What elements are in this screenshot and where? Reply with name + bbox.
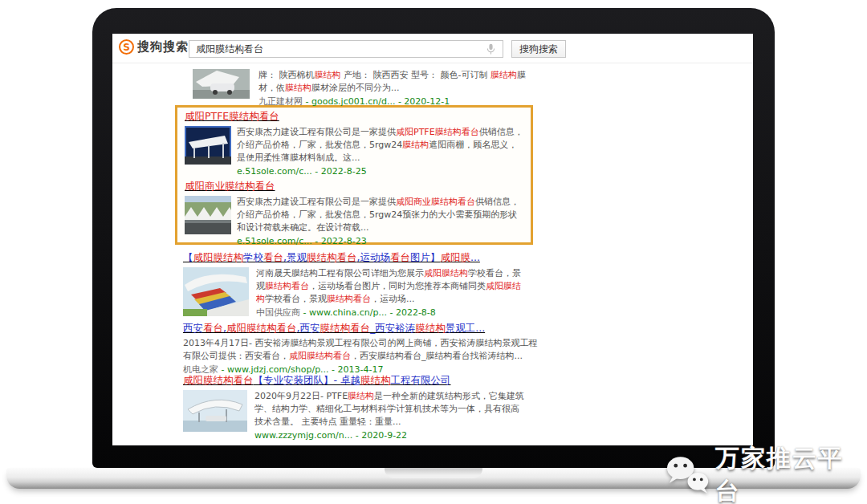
result-title-link[interactable]: 【咸阳膜结构学校看台,景观膜结构看台,运动场看台图片】咸阳膜... — [183, 251, 528, 263]
result-source: e.51sole.com/c... - 2022-8-25 — [237, 165, 523, 177]
result-source: 九正建材网 - goods.jc001.cn/d... - 2020-12-1 — [258, 96, 527, 108]
result-snippet: 西安康杰力建设工程有限公司是一家提供咸阳PTFE膜结构看台供销信息，介绍产品价格… — [237, 126, 523, 165]
search-result: 【咸阳膜结构学校看台,景观膜结构看台,运动场看台图片】咸阳膜... 河南晟天膜结… — [183, 251, 528, 319]
screenshot-stage: S 搜狗搜索 搜狗搜索 — [0, 0, 867, 504]
search-result: 咸阳商业膜结构看台 西安康杰力建设工程有限公司是一家提供咸阳商业膜结构看台供销信… — [185, 180, 525, 247]
laptop-base-notch — [385, 468, 482, 478]
result-snippet: 西安康杰力建设工程有限公司是一家提供咸阳商业膜结构看台供销信息，介绍产品价格，厂… — [237, 196, 523, 234]
result-title-link[interactable]: 咸阳膜结构看台【专业安装团队】- 卓越膜结构工程有限公司 — [183, 374, 528, 386]
result-thumbnail-commercial-canopy[interactable] — [185, 196, 231, 234]
result-title-link[interactable]: 咸阳PTFE膜结构看台 — [185, 110, 525, 122]
sogou-logo-icon: S — [119, 39, 134, 55]
search-result: 牌： 陕西棉机膜结构 产地： 陕西西安 型号： 颜色-可订制 膜结构膜材，依膜结… — [193, 69, 530, 108]
result-thumbnail-waterside-canopy[interactable] — [183, 390, 247, 432]
result-source: 中国供应商 - www.china.cn/p... - 2022-8-8 — [256, 307, 527, 319]
sogou-logo-text: 搜狗搜索 — [137, 39, 189, 55]
search-input[interactable] — [189, 40, 503, 58]
sogou-logo[interactable]: S 搜狗搜索 — [119, 39, 189, 55]
result-title-link[interactable]: 咸阳商业膜结构看台 — [185, 180, 525, 192]
result-snippet: 河南晟天膜结构工程有限公司详细为您展示咸阳膜结构学校看台，景观膜结构看台，运动场… — [256, 267, 527, 306]
result-snippet: 2020年9月22日- PTFE膜结构是一种全新的建筑结构形式，它集建筑学、结构… — [254, 390, 527, 429]
result-thumbnail-ptfe-canopy[interactable] — [185, 126, 231, 165]
browser-viewport: S 搜狗搜索 搜狗搜索 — [112, 34, 753, 445]
search-result: 咸阳膜结构看台【专业安装团队】- 卓越膜结构工程有限公司 2020年9月22日-… — [183, 374, 528, 441]
result-thumbnail-school-stand[interactable] — [183, 267, 249, 316]
result-snippet: 牌： 陕西棉机膜结构 产地： 陕西西安 型号： 颜色-可订制 膜结构膜材，依膜结… — [258, 69, 527, 95]
search-result: 咸阳PTFE膜结构看台 西安康杰力建设工程有限公司是一家提供咸阳PTFE膜结构看… — [185, 110, 525, 177]
search-header: S 搜狗搜索 搜狗搜索 — [112, 34, 753, 63]
result-snippet: 2013年4月17日- 西安裕涛膜结构景观工程有限公司的网上商铺，西安裕涛膜结构… — [183, 337, 546, 363]
result-source: www.zzzymjg.com/n... - 2020-9-22 — [254, 429, 527, 441]
search-result: 西安看台,咸阳膜结构看台,西安膜结构看台_西安裕涛膜结构景观工... 2013年… — [183, 322, 546, 376]
result-source: e.51sole.com/c... - 2022-8-23 — [237, 235, 523, 247]
microphone-icon[interactable] — [486, 43, 495, 59]
watermark-text: 万家推云平台 — [715, 442, 867, 504]
wechat-icon — [665, 455, 710, 495]
watermark: 万家推云平台 — [665, 442, 867, 504]
result-title-link[interactable]: 西安看台,咸阳膜结构看台,西安膜结构看台_西安裕涛膜结构景观工... — [183, 322, 546, 334]
search-button[interactable]: 搜狗搜索 — [511, 40, 566, 58]
result-thumbnail-carport[interactable] — [193, 69, 250, 99]
